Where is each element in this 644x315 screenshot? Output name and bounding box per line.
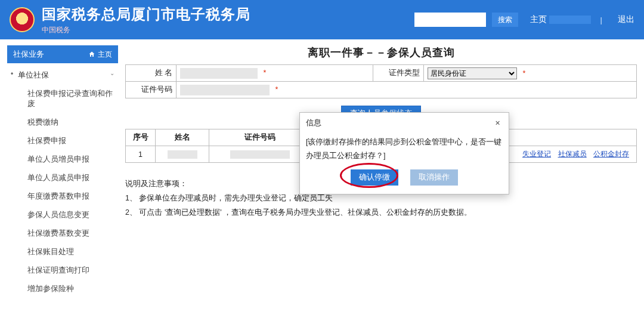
main-content: 离职一件事－－参保人员查询 姓 名 * 证件类型 居民身份证 * 证件号码 — [125, 45, 637, 220]
site-slogan: 中国税务 — [42, 25, 250, 35]
sidebar-item[interactable]: 单位人员增员申报 — [7, 150, 118, 169]
home-link[interactable]: 主页 — [530, 14, 591, 25]
confirm-modal: 信息 ✕ [该停缴封存操作的结果同步到公积金管理中心，是否一键办理员工公积金封存… — [299, 112, 509, 194]
sidebar-item[interactable]: 社保证明查询打印 — [7, 261, 118, 280]
th-name: 姓名 — [156, 129, 209, 146]
header-title-block: 国家税务总局厦门市电子税务局 中国税务 — [42, 5, 250, 35]
sidebar-item[interactable]: 单位人员减员申报 — [7, 169, 118, 187]
page-body: 社保业务 主页 单位社保 ⌄ 社保费申报记录查询和作废 税费缴纳 社保费申报 单… — [0, 39, 644, 315]
sidebar-category-unit-social[interactable]: 单位社保 ⌄ — [7, 66, 118, 85]
id-type-select[interactable]: 居民身份证 — [428, 67, 517, 79]
sidebar-item[interactable]: 社保缴费基数变更 — [7, 224, 118, 243]
op-fund-seal-link[interactable]: 公积金封存 — [593, 150, 629, 158]
cell-id-type: 居民身份证 * — [424, 65, 637, 82]
search-input[interactable] — [414, 13, 486, 27]
query-form: 姓 名 * 证件类型 居民身份证 * 证件号码 * — [125, 64, 637, 98]
separator: | — [597, 16, 606, 24]
id-number-input[interactable] — [180, 85, 270, 95]
sidebar-item[interactable]: 社保费申报记录查询和作废 — [7, 85, 118, 113]
th-id-number: 证件号码 — [209, 129, 311, 146]
national-emblem-icon — [10, 7, 35, 32]
cell-name: * — [177, 65, 373, 82]
sidebar-item[interactable]: 社保费申报 — [7, 132, 118, 150]
masked-value — [168, 150, 197, 159]
sidebar-menu: 单位社保 ⌄ 社保费申报记录查询和作废 税费缴纳 社保费申报 单位人员增员申报 … — [7, 63, 118, 301]
notes-line: 2、 可点击 '查询已处理数据' ，查询在电子税务局办理失业登记、社保减员、公积… — [125, 206, 637, 220]
search-button[interactable]: 搜索 — [492, 13, 518, 27]
masked-value — [230, 150, 290, 159]
op-reduce-link[interactable]: 社保减员 — [558, 150, 587, 158]
sidebar-item[interactable]: 参保人员信息变更 — [7, 206, 118, 224]
sidebar-title: 社保业务 — [13, 49, 44, 60]
required-mark: * — [263, 69, 266, 77]
td-name — [156, 146, 209, 163]
site-title: 国家税务总局厦门市电子税务局 — [42, 5, 250, 24]
required-mark: * — [522, 69, 525, 78]
sidebar: 社保业务 主页 单位社保 ⌄ 社保费申报记录查询和作废 税费缴纳 社保费申报 单… — [7, 45, 118, 301]
modal-title: 信息 — [306, 118, 321, 128]
sidebar-item[interactable]: 年度缴费基数申报 — [7, 187, 118, 206]
close-icon[interactable]: ✕ — [492, 118, 503, 128]
app-header: 国家税务总局厦门市电子税务局 中国税务 搜索 主页 | 退出 — [0, 0, 644, 39]
cancel-button[interactable]: 取消操作 — [410, 169, 458, 186]
required-mark: * — [275, 85, 278, 94]
confirm-button[interactable]: 确认停缴 — [351, 169, 398, 186]
modal-actions: 确认停缴 取消操作 — [306, 169, 503, 186]
label-id-type: 证件类型 — [373, 65, 424, 82]
op-unemployment-link[interactable]: 失业登记 — [522, 150, 551, 158]
chevron-down-icon: ⌄ — [110, 70, 114, 76]
label-name: 姓 名 — [126, 65, 177, 82]
name-input[interactable] — [180, 68, 258, 79]
user-name-mask — [549, 16, 591, 24]
header-right: 搜索 主页 | 退出 — [414, 13, 634, 27]
modal-body: [该停缴封存操作的结果同步到公积金管理中心，是否一键办理员工公积金封存？] — [306, 131, 503, 169]
sidebar-home-link[interactable]: 主页 — [88, 50, 112, 60]
page-title: 离职一件事－－参保人员查询 — [125, 45, 637, 60]
modal-header: 信息 ✕ — [306, 118, 503, 131]
logout-link[interactable]: 退出 — [618, 14, 634, 25]
home-icon — [88, 51, 95, 58]
sidebar-item[interactable]: 税费缴纳 — [7, 113, 118, 132]
sidebar-header: 社保业务 主页 — [7, 45, 118, 63]
td-seq: 1 — [126, 146, 156, 163]
td-id-number — [209, 146, 311, 163]
sidebar-item[interactable]: 社保账目处理 — [7, 243, 118, 261]
cell-id-number: * — [177, 82, 637, 98]
label-id-number: 证件号码 — [126, 82, 177, 98]
th-seq: 序号 — [126, 129, 156, 146]
sidebar-item[interactable]: 增加参保险种 — [7, 280, 118, 298]
